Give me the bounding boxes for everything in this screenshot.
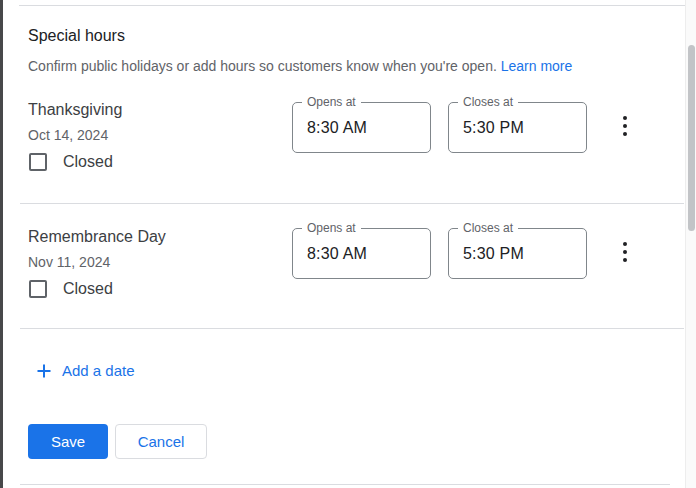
closed-checkbox[interactable] xyxy=(29,280,47,298)
opens-at-label: Opens at xyxy=(302,221,361,235)
closes-at-value: 5:30 PM xyxy=(463,245,524,263)
add-date-label: Add a date xyxy=(62,362,135,379)
closed-checkbox-row[interactable]: Closed xyxy=(29,153,113,171)
save-button[interactable]: Save xyxy=(28,424,108,459)
closed-label: Closed xyxy=(63,280,113,298)
closed-checkbox-row[interactable]: Closed xyxy=(29,280,113,298)
add-date-button[interactable]: Add a date xyxy=(36,362,135,379)
closes-at-field[interactable]: Closes at 5:30 PM xyxy=(448,228,587,279)
closes-at-label: Closes at xyxy=(458,221,518,235)
left-edge-strip xyxy=(0,0,3,488)
opens-at-value: 8:30 AM xyxy=(307,119,367,137)
holiday-date: Oct 14, 2024 xyxy=(28,127,108,143)
closes-at-field[interactable]: Closes at 5:30 PM xyxy=(448,102,587,153)
plus-icon xyxy=(36,363,52,379)
closed-label: Closed xyxy=(63,153,113,171)
bottom-divider xyxy=(20,484,670,485)
opens-at-value: 8:30 AM xyxy=(307,245,367,263)
page-title: Special hours xyxy=(28,27,125,45)
holiday-date: Nov 11, 2024 xyxy=(28,254,110,270)
scrollbar-track[interactable] xyxy=(685,0,696,488)
opens-at-label: Opens at xyxy=(302,95,361,109)
closes-at-label: Closes at xyxy=(458,95,518,109)
page-description-text: Confirm public holidays or add hours so … xyxy=(28,58,497,74)
scrollbar-thumb[interactable] xyxy=(688,45,695,231)
section-divider xyxy=(20,328,684,329)
special-hours-panel: Special hours Confirm public holidays or… xyxy=(0,0,696,488)
page-description: Confirm public holidays or add hours so … xyxy=(28,58,572,74)
learn-more-link[interactable]: Learn more xyxy=(501,58,573,74)
kebab-menu-icon[interactable] xyxy=(613,240,637,264)
cancel-button[interactable]: Cancel xyxy=(115,424,207,459)
opens-at-field[interactable]: Opens at 8:30 AM xyxy=(292,102,431,153)
top-divider xyxy=(19,5,686,6)
opens-at-field[interactable]: Opens at 8:30 AM xyxy=(292,228,431,279)
closed-checkbox[interactable] xyxy=(29,153,47,171)
row-divider xyxy=(20,203,684,204)
closes-at-value: 5:30 PM xyxy=(463,119,524,137)
holiday-name: Thanksgiving xyxy=(28,101,122,119)
holiday-name: Remembrance Day xyxy=(28,228,166,246)
kebab-menu-icon[interactable] xyxy=(613,114,637,138)
